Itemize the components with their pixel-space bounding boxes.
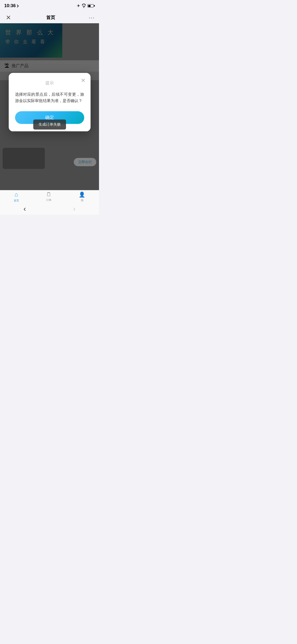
time-label: 10:36	[4, 3, 16, 8]
nav-bar: 首页 ···	[0, 12, 99, 23]
page-title: 首页	[46, 15, 55, 21]
tab-orders[interactable]: 🗒 订单	[46, 191, 51, 202]
dialog-close-icon	[81, 78, 85, 82]
location-icon	[16, 4, 19, 7]
nav-arrows: ‹ ›	[0, 203, 99, 215]
status-bar: 10:36 ✈	[0, 0, 99, 12]
dialog-close-button[interactable]	[79, 76, 87, 84]
close-button[interactable]	[4, 13, 13, 22]
status-icons: ✈	[77, 3, 95, 8]
forward-arrow[interactable]: ›	[63, 205, 86, 213]
tab-home-label: 首页	[14, 199, 19, 203]
tab-orders-label: 订单	[46, 198, 51, 202]
back-arrow[interactable]: ‹	[13, 205, 36, 213]
dialog-title: 提示	[15, 80, 84, 86]
more-button[interactable]: ···	[89, 15, 95, 21]
main-content: 世 界 那 么 大 带 你 去 看 看 🏝 推广产品 如何出行？ 立即出行 提示…	[0, 23, 99, 190]
tab-bar: ⌂ 首页 🗒 订单 👤 我	[0, 190, 99, 203]
tab-me[interactable]: 👤 我	[79, 191, 85, 202]
dialog-message: 选择对应的景点后，后续不可变更，旅游金以实际审批结果为准，是否确认？	[15, 91, 84, 104]
close-icon	[6, 15, 11, 20]
orders-icon: 🗒	[46, 191, 51, 197]
status-time: 10:36	[4, 3, 18, 8]
airplane-icon: ✈	[77, 3, 80, 8]
battery-icon	[87, 4, 95, 7]
profile-icon: 👤	[79, 191, 85, 198]
tab-me-label: 我	[81, 199, 83, 202]
toast: 生成订单失败	[33, 119, 66, 130]
tab-home[interactable]: ⌂ 首页	[14, 191, 19, 203]
home-icon: ⌂	[15, 191, 18, 198]
wifi-icon	[82, 4, 86, 8]
